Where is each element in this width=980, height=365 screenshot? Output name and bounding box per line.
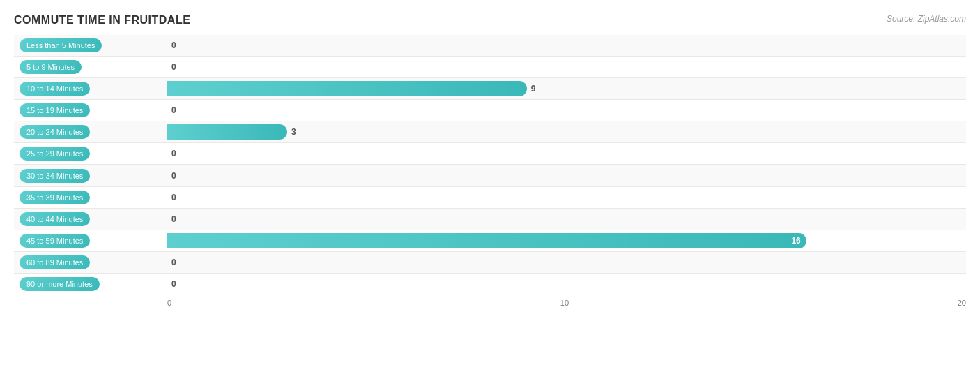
bar-track: 0: [167, 38, 966, 53]
chart-area: Less than 5 Minutes05 to 9 Minutes010 to…: [14, 35, 966, 316]
x-axis: 0 10 20: [167, 295, 966, 316]
bar-label-pill: Less than 5 Minutes: [20, 38, 102, 52]
bar-label-container: 15 to 19 Minutes: [14, 100, 167, 120]
bar-row: 35 to 39 Minutes0: [14, 187, 966, 209]
bar-fill: [167, 124, 287, 140]
bar-value-zero: 0: [171, 193, 176, 202]
bar-track: 0: [167, 276, 966, 292]
bar-value-zero: 0: [171, 258, 176, 267]
bar-label-pill: 60 to 89 Minutes: [20, 255, 90, 269]
bar-label-pill: 15 to 19 Minutes: [20, 103, 90, 117]
bar-row: 25 to 29 Minutes0: [14, 143, 966, 165]
bar-fill: [167, 81, 527, 96]
bar-label-pill: 10 to 14 Minutes: [20, 82, 90, 96]
bar-label-container: 40 to 44 Minutes: [14, 209, 167, 229]
bar-value-zero: 0: [171, 171, 176, 181]
bar-fill: 16: [167, 233, 806, 248]
bar-label-container: Less than 5 Minutes: [14, 36, 167, 55]
bar-value-zero: 0: [171, 279, 176, 289]
bar-track: 9: [167, 81, 966, 96]
x-label-20: 20: [958, 299, 966, 307]
bar-label-container: 60 to 89 Minutes: [14, 253, 167, 272]
bar-value-outside: 9: [531, 84, 536, 94]
chart-container: COMMUTE TIME IN FRUITDALE Source: ZipAtl…: [0, 0, 980, 365]
bar-track: 0: [167, 211, 966, 227]
bar-label-container: 30 to 34 Minutes: [14, 166, 167, 186]
bar-label-pill: 35 to 39 Minutes: [20, 191, 90, 204]
bar-value-zero: 0: [171, 214, 176, 224]
bar-label-container: 35 to 39 Minutes: [14, 188, 167, 207]
x-label-10: 10: [560, 299, 569, 307]
bar-row: 15 to 19 Minutes0: [14, 100, 966, 121]
bar-row: 30 to 34 Minutes0: [14, 165, 966, 186]
bar-track: 0: [167, 103, 966, 118]
bar-label-container: 45 to 59 Minutes: [14, 231, 167, 251]
bar-label-container: 20 to 24 Minutes: [14, 122, 167, 142]
bar-label-pill: 90 or more Minutes: [20, 277, 100, 291]
bar-value-zero: 0: [171, 62, 176, 72]
bar-track: 0: [167, 255, 966, 270]
bar-row: 5 to 9 Minutes0: [14, 57, 966, 78]
bar-track: 0: [167, 168, 966, 184]
bar-label-pill: 30 to 34 Minutes: [20, 169, 90, 183]
bar-value-zero: 0: [171, 149, 176, 158]
x-label-0: 0: [167, 299, 171, 307]
bar-row: 60 to 89 Minutes0: [14, 252, 966, 274]
bar-value-outside: 3: [291, 127, 296, 137]
source-label: Source: ZipAtlas.com: [887, 14, 966, 24]
bars-area: Less than 5 Minutes05 to 9 Minutes010 to…: [14, 35, 966, 295]
bar-track: 0: [167, 190, 966, 205]
bar-row: 40 to 44 Minutes0: [14, 209, 966, 230]
bar-label-pill: 40 to 44 Minutes: [20, 212, 90, 226]
bar-row: 10 to 14 Minutes9: [14, 78, 966, 100]
bar-value-inside: 16: [791, 236, 800, 246]
bar-row: 20 to 24 Minutes3: [14, 121, 966, 143]
bar-track: 16: [167, 233, 966, 248]
bar-track: 3: [167, 124, 966, 140]
bar-value-zero: 0: [171, 105, 176, 115]
bar-label-pill: 5 to 9 Minutes: [20, 60, 82, 74]
bar-row: 90 or more Minutes0: [14, 274, 966, 295]
bar-label-container: 5 to 9 Minutes: [14, 57, 167, 77]
bar-label-pill: 45 to 59 Minutes: [20, 234, 90, 248]
chart-title: COMMUTE TIME IN FRUITDALE: [14, 14, 966, 27]
bar-label-pill: 25 to 29 Minutes: [20, 147, 90, 161]
bar-track: 0: [167, 146, 966, 161]
bar-label-container: 10 to 14 Minutes: [14, 79, 167, 98]
bar-label-container: 90 or more Minutes: [14, 274, 167, 294]
bar-value-zero: 0: [171, 40, 176, 50]
bar-label-container: 25 to 29 Minutes: [14, 144, 167, 163]
bar-track: 0: [167, 59, 966, 75]
bar-row: 45 to 59 Minutes16: [14, 230, 966, 252]
bar-label-pill: 20 to 24 Minutes: [20, 125, 90, 139]
bar-row: Less than 5 Minutes0: [14, 35, 966, 57]
